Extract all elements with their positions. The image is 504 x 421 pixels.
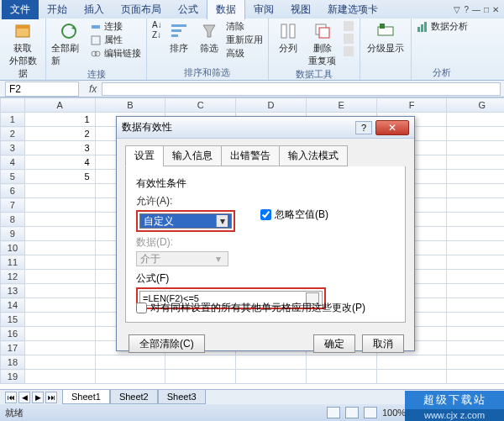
cell[interactable] [24,298,95,313]
row-header[interactable]: 14 [1,298,25,313]
cell[interactable] [24,270,95,284]
cancel-button[interactable]: 取消 [362,334,404,353]
cell[interactable] [24,341,95,355]
checkbox-icon[interactable] [260,209,271,220]
row-header[interactable]: 18 [1,355,25,370]
dialog-help-icon[interactable]: ? [355,121,372,134]
clear-filter-button[interactable]: 清除 [226,20,263,33]
cell[interactable] [447,355,504,370]
cell[interactable] [236,370,307,384]
cell[interactable] [447,141,504,155]
dlg-tab-input[interactable]: 输入信息 [163,145,222,166]
tab-home[interactable]: 开始 [39,0,76,19]
col-header[interactable]: D [236,98,307,113]
ignore-blank-checkbox[interactable]: 忽略空值(B) [260,208,328,222]
cell[interactable] [376,370,447,384]
cell[interactable] [447,170,504,184]
dialog-close-icon[interactable]: ✕ [375,120,409,135]
cell[interactable]: 2 [24,127,95,141]
properties-button[interactable]: 属性 [90,34,141,46]
ribbon-min-icon[interactable]: ▽ [454,5,460,14]
cell[interactable] [447,284,504,298]
remove-duplicates-button[interactable]: 删除 重复项 [306,20,339,67]
view-normal-icon[interactable] [327,407,340,418]
cell[interactable]: 1 [24,113,95,127]
sort-button[interactable]: 排序 [165,20,192,55]
cell[interactable] [447,241,504,255]
get-external-data-button[interactable]: 获取 外部数据 [5,20,40,80]
tab-review[interactable]: 审阅 [245,0,282,19]
col-header[interactable]: F [376,98,447,113]
cell[interactable]: 5 [24,170,95,184]
row-header[interactable]: 1 [1,113,25,127]
cell[interactable] [165,370,236,384]
sheet-tab[interactable]: Sheet3 [158,390,206,404]
zoom-percent[interactable]: 100% [382,408,406,418]
edit-links-button[interactable]: 编辑链接 [90,47,141,60]
cell[interactable] [447,184,504,198]
help-icon[interactable]: ? [464,5,469,14]
checkbox-icon[interactable] [136,303,147,313]
cell[interactable] [24,184,95,198]
clear-all-button[interactable]: 全部清除(C) [129,334,205,353]
ok-button[interactable]: 确定 [313,334,355,353]
sheet-nav-prev[interactable]: ◀ [18,392,30,403]
cell[interactable] [447,127,504,141]
cell[interactable] [447,227,504,241]
sort-az-button[interactable]: A↓ [152,20,162,29]
fx-icon[interactable]: fx [89,83,97,95]
sheet-tab[interactable]: Sheet2 [110,390,158,404]
cell[interactable] [447,113,504,127]
cell[interactable] [306,370,376,384]
select-all-corner[interactable] [1,98,25,113]
sort-za-button[interactable]: Z↓ [152,30,162,39]
datatools-item3[interactable] [343,45,354,57]
view-pagebreak-icon[interactable] [364,407,377,418]
row-header[interactable]: 3 [1,141,25,155]
tab-formulas[interactable]: 公式 [170,0,207,19]
group-outline-button[interactable]: 分级显示 [365,20,406,55]
col-header[interactable]: C [165,98,236,113]
col-header[interactable]: B [95,98,165,113]
cell[interactable] [24,241,95,255]
window-restore-icon[interactable]: □ [484,5,489,14]
dialog-titlebar[interactable]: 数据有效性 ? ✕ [117,117,414,139]
col-header[interactable]: G [447,98,504,113]
cell[interactable] [447,327,504,341]
row-header[interactable]: 8 [1,213,25,227]
cell[interactable] [24,313,95,327]
cell[interactable] [24,327,95,341]
dlg-tab-settings[interactable]: 设置 [125,145,164,166]
cell[interactable] [24,284,95,298]
window-close-icon[interactable]: ✕ [492,5,499,14]
tab-insert[interactable]: 插入 [76,0,113,19]
name-box[interactable]: F2 [5,82,79,97]
window-min-icon[interactable]: — [472,5,480,14]
cell[interactable] [447,370,504,384]
datatools-item1[interactable] [343,20,354,32]
cell[interactable]: 3 [24,141,95,155]
tab-data[interactable]: 数据 [207,0,245,19]
tab-view[interactable]: 视图 [282,0,319,19]
connections-button[interactable]: 连接 [90,20,141,33]
cell[interactable] [447,341,504,355]
row-header[interactable]: 5 [1,170,25,184]
tab-new[interactable]: 新建选项卡 [319,0,386,19]
cell[interactable] [24,255,95,270]
sheet-tab[interactable]: Sheet1 [62,390,110,404]
cell[interactable] [447,198,504,213]
sheet-nav-next[interactable]: ▶ [32,392,44,403]
cell[interactable] [95,370,165,384]
cell[interactable] [447,255,504,270]
cell[interactable] [24,355,95,370]
view-pagelayout-icon[interactable] [345,407,359,418]
cell[interactable] [447,155,504,170]
row-header[interactable]: 9 [1,227,25,241]
row-header[interactable]: 6 [1,184,25,198]
cell[interactable] [447,213,504,227]
row-header[interactable]: 12 [1,270,25,284]
tab-pagelayout[interactable]: 页面布局 [113,0,170,19]
cell[interactable] [447,298,504,313]
row-header[interactable]: 15 [1,313,25,327]
cell[interactable] [24,370,95,384]
